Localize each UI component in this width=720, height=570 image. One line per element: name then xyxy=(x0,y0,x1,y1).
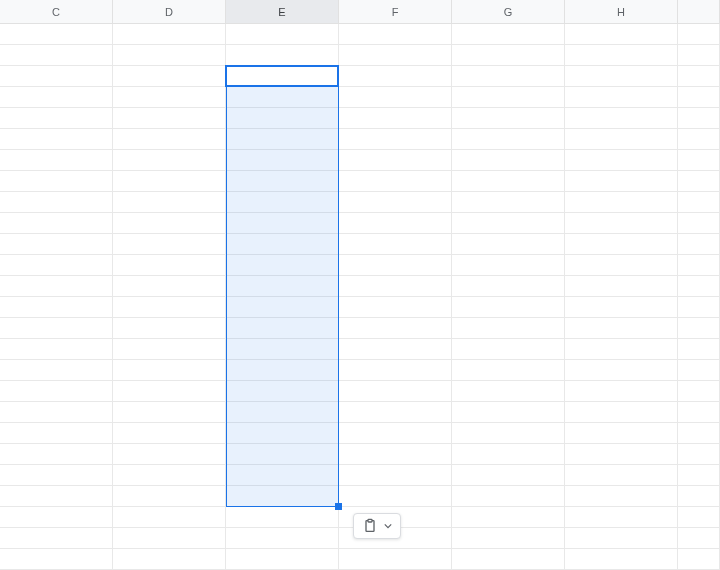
cell[interactable] xyxy=(339,360,452,381)
cell[interactable] xyxy=(226,87,339,108)
fill-handle[interactable] xyxy=(335,503,342,510)
cell[interactable] xyxy=(678,486,720,507)
cell[interactable] xyxy=(452,66,565,87)
cell[interactable] xyxy=(678,465,720,486)
cell[interactable] xyxy=(565,150,678,171)
cell[interactable] xyxy=(113,108,226,129)
cell[interactable] xyxy=(565,87,678,108)
cell[interactable] xyxy=(113,192,226,213)
cell[interactable] xyxy=(0,297,113,318)
cell[interactable] xyxy=(678,528,720,549)
cell[interactable] xyxy=(113,150,226,171)
cell[interactable] xyxy=(339,444,452,465)
cell[interactable] xyxy=(565,507,678,528)
cell[interactable] xyxy=(565,276,678,297)
cell[interactable] xyxy=(452,192,565,213)
cell[interactable] xyxy=(226,360,339,381)
cell[interactable] xyxy=(452,318,565,339)
cell[interactable] xyxy=(678,66,720,87)
paste-options-button[interactable] xyxy=(353,513,401,539)
cell[interactable] xyxy=(565,423,678,444)
cell[interactable] xyxy=(0,318,113,339)
cell[interactable] xyxy=(452,465,565,486)
cell[interactable] xyxy=(339,87,452,108)
cell[interactable] xyxy=(0,465,113,486)
cell[interactable] xyxy=(0,129,113,150)
cell[interactable] xyxy=(678,318,720,339)
cell[interactable] xyxy=(339,276,452,297)
cell[interactable] xyxy=(565,318,678,339)
cell[interactable] xyxy=(565,192,678,213)
cell[interactable] xyxy=(226,507,339,528)
cell[interactable] xyxy=(452,87,565,108)
cell[interactable] xyxy=(226,276,339,297)
cell[interactable] xyxy=(452,276,565,297)
cell[interactable] xyxy=(113,276,226,297)
cell[interactable] xyxy=(565,402,678,423)
cell[interactable] xyxy=(0,402,113,423)
cell[interactable] xyxy=(678,213,720,234)
cell[interactable] xyxy=(452,444,565,465)
cell[interactable] xyxy=(226,423,339,444)
cell[interactable] xyxy=(226,129,339,150)
cell[interactable] xyxy=(452,549,565,570)
cell[interactable] xyxy=(565,297,678,318)
cell[interactable] xyxy=(0,66,113,87)
cell[interactable] xyxy=(0,549,113,570)
cell[interactable] xyxy=(0,444,113,465)
cell[interactable] xyxy=(339,381,452,402)
cell[interactable] xyxy=(226,444,339,465)
cell[interactable] xyxy=(339,255,452,276)
cell[interactable] xyxy=(113,255,226,276)
cell[interactable] xyxy=(452,213,565,234)
cell[interactable] xyxy=(113,297,226,318)
cell-grid[interactable] xyxy=(0,24,720,570)
column-header[interactable]: D xyxy=(113,0,226,23)
cell[interactable] xyxy=(226,318,339,339)
cell[interactable] xyxy=(0,360,113,381)
cell[interactable] xyxy=(226,45,339,66)
cell[interactable] xyxy=(678,234,720,255)
cell[interactable] xyxy=(226,213,339,234)
column-header[interactable] xyxy=(678,0,720,23)
cell[interactable] xyxy=(113,129,226,150)
cell[interactable] xyxy=(678,108,720,129)
cell[interactable] xyxy=(565,129,678,150)
cell[interactable] xyxy=(113,360,226,381)
cell[interactable] xyxy=(226,171,339,192)
cell[interactable] xyxy=(0,339,113,360)
spreadsheet[interactable]: CDEFGH xyxy=(0,0,720,570)
column-header[interactable]: G xyxy=(452,0,565,23)
column-header[interactable]: H xyxy=(565,0,678,23)
cell[interactable] xyxy=(339,339,452,360)
cell[interactable] xyxy=(339,192,452,213)
cell[interactable] xyxy=(113,66,226,87)
cell[interactable] xyxy=(452,24,565,45)
cell[interactable] xyxy=(678,255,720,276)
cell[interactable] xyxy=(113,528,226,549)
cell[interactable] xyxy=(678,423,720,444)
cell[interactable] xyxy=(565,45,678,66)
cell[interactable] xyxy=(452,45,565,66)
cell[interactable] xyxy=(678,192,720,213)
cell[interactable] xyxy=(226,465,339,486)
cell[interactable] xyxy=(678,171,720,192)
cell[interactable] xyxy=(339,549,452,570)
cell[interactable] xyxy=(226,381,339,402)
cell[interactable] xyxy=(0,150,113,171)
cell[interactable] xyxy=(113,318,226,339)
cell[interactable] xyxy=(0,45,113,66)
cell[interactable] xyxy=(0,192,113,213)
cell[interactable] xyxy=(565,234,678,255)
cell[interactable] xyxy=(452,486,565,507)
cell[interactable] xyxy=(113,423,226,444)
cell[interactable] xyxy=(226,66,339,87)
cell[interactable] xyxy=(0,24,113,45)
cell[interactable] xyxy=(565,444,678,465)
column-header[interactable]: F xyxy=(339,0,452,23)
cell[interactable] xyxy=(339,108,452,129)
column-header[interactable]: C xyxy=(0,0,113,23)
cell[interactable] xyxy=(226,402,339,423)
cell[interactable] xyxy=(113,465,226,486)
cell[interactable] xyxy=(339,171,452,192)
